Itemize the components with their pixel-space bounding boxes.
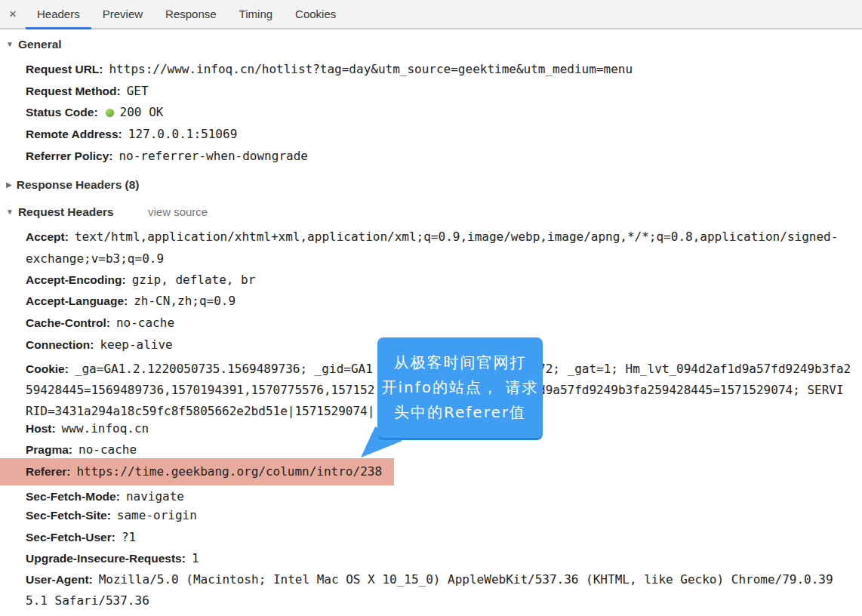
header-line-referer: Referer:https://time.geekbang.org/column… [26,464,862,479]
section-general[interactable]: ▼General [6,38,62,51]
general-row-remote-address: Remote Address:127.0.0.1:51069 [26,127,862,142]
general-row-referrer-policy: Referrer Policy:no-referrer-when-downgra… [26,149,862,164]
header-name: Sec-Fetch-Site: [26,509,111,522]
header-name: Sec-Fetch-Mode: [26,490,120,503]
header-line-upgrade-insecure-requests: Upgrade-Insecure-Requests:1 [26,551,862,566]
header-line-sec-fetch-mode: Sec-Fetch-Mode:navigate [26,489,862,504]
header-name: Upgrade-Insecure-Requests: [26,552,186,565]
header-value: exchange;v=b3;q=0.9 [26,251,164,266]
header-line-sec-fetch-user: Sec-Fetch-User:?1 [26,530,862,545]
header-name: Cache-Control: [26,316,110,329]
callout-line: 从极客时间官网打 [394,350,527,375]
header-value: 200 OK [120,105,164,119]
header-value: 1 [192,551,199,565]
header-line-cache-control: Cache-Control:no-cache [26,316,862,331]
tab-headers[interactable]: Headers [26,0,91,28]
view-source-link[interactable]: view source [148,205,208,218]
header-value: 5.1 Safari/537.36 [26,593,149,608]
section-request-headers[interactable]: ▼Request Headers [6,205,114,219]
general-row-status-code: Status Code:200 OK [26,105,862,120]
header-name: Pragma: [26,443,72,456]
header-name: Status Code: [26,106,98,119]
tab-response[interactable]: Response [154,0,228,28]
header-name: Sec-Fetch-User: [26,531,115,544]
header-value: same-origin [117,508,197,522]
header-value: https://www.infoq.cn/hotlist?tag=day&utm… [109,62,633,76]
header-line-accept-language: Accept-Language:zh-CN,zh;q=0.9 [26,294,862,309]
annotation-callout: 从极客时间官网打 开info的站点， 请求 头中的Referer值 [377,337,543,440]
header-name: Host: [26,422,56,435]
section-request-headers-title: Request Headers [18,205,114,218]
header-value-right: d9a57fd9249b3fa259428445=1571529074; SER… [538,383,844,398]
close-icon[interactable]: × [0,0,26,28]
header-value: gzip, deflate, br [132,273,256,287]
header-value: Mozilla/5.0 (Macintosh; Intel Mac OS X 1… [99,572,833,587]
header-name: Referrer Policy: [26,149,112,162]
section-response-headers-title: Response Headers (8) [17,178,140,191]
header-value: GET [127,84,149,98]
header-value-left: 59428445=1569489736,1570194391,157077557… [26,383,374,397]
header-name: Cookie: [26,362,69,375]
header-value: www.infoq.cn [62,421,149,436]
header-name: Accept-Language: [26,294,128,307]
header-value: navigate [126,489,184,504]
header-line-user-agent: User-Agent:Mozilla/5.0 (Macintosh; Intel… [26,572,862,587]
header-value: text/html,application/xhtml+xml,applicat… [75,229,838,244]
header-line-accept: Accept:text/html,application/xhtml+xml,a… [26,229,862,245]
general-row-request-method: Request Method:GET [26,84,862,99]
header-value: 127.0.0.1:51069 [128,127,238,141]
header-name: Accept: [26,230,69,243]
triangle-down-icon: ▼ [6,208,14,216]
general-row-request-url: Request URL:https://www.infoq.cn/hotlist… [26,62,862,77]
header-line-user-agent-wrap: 5.1 Safari/537.36 [26,593,862,608]
tab-preview[interactable]: Preview [91,0,154,28]
triangle-right-icon: ▶ [6,180,12,189]
header-name: Request URL: [26,63,103,75]
network-detail-tabbar: × Headers Preview Response Timing Cookie… [0,0,862,29]
status-green-dot-icon [106,109,114,117]
header-value: no-referrer-when-downgrade [119,149,307,163]
header-line-accept-encoding: Accept-Encoding:gzip, deflate, br [26,273,862,288]
header-value: ?1 [122,530,136,544]
header-value: no-cache [116,316,174,330]
header-value: no-cache [79,442,137,457]
header-name: Request Method: [26,85,121,97]
header-line-accept-wrap: exchange;v=b3;q=0.9 [26,251,862,266]
header-name: User-Agent: [26,573,93,586]
triangle-down-icon: ▼ [6,40,14,48]
section-response-headers[interactable]: ▶Response Headers (8) [6,178,140,192]
header-value-right: 72; _gat=1; Hm_lvt_094d2af1d9a57fd9249b3… [538,362,851,377]
header-value-left: RID=3431a294a18c59fc8f5805662e2bd51e|157… [26,404,374,418]
header-line-sec-fetch-site: Sec-Fetch-Site:same-origin [26,508,862,523]
header-value: https://time.geekbang.org/column/intro/2… [76,464,382,479]
header-name: Connection: [26,338,94,351]
header-line-pragma: Pragma:no-cache [26,442,862,457]
header-name: Remote Address: [26,128,122,140]
callout-line: 开info的站点， 请求 [382,375,539,400]
header-name: Accept-Encoding: [26,273,126,286]
header-value-left: _ga=GA1.2.1220050735.1569489736; _gid=GA… [75,362,373,376]
tab-timing[interactable]: Timing [228,0,284,28]
callout-line: 头中的Referer值 [394,400,526,425]
tab-cookies[interactable]: Cookies [284,0,347,28]
header-value: keep-alive [100,337,172,352]
section-general-title: General [18,38,62,51]
header-value: zh-CN,zh;q=0.9 [134,294,236,308]
header-name: Referer: [26,465,70,478]
